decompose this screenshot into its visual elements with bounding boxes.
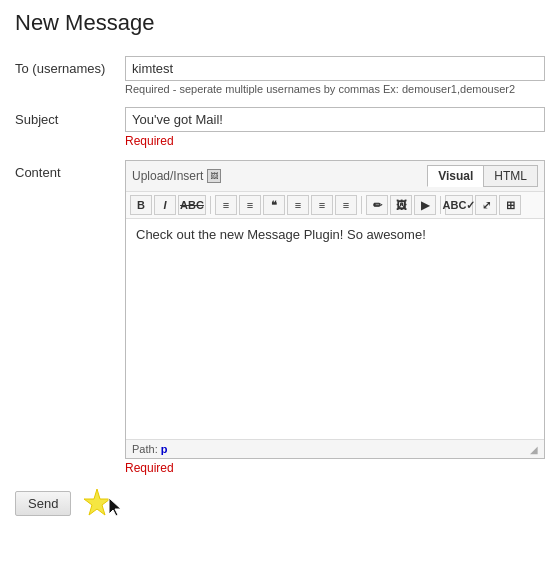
- to-label: To (usernames): [15, 56, 125, 76]
- to-row: To (usernames) Required - seperate multi…: [15, 56, 545, 95]
- send-area: Send: [15, 487, 545, 519]
- toolbar-sep-1: [210, 196, 211, 214]
- subject-field: Required: [125, 107, 545, 148]
- content-row: Content Upload/Insert 🖼 Visual HTML B I …: [15, 160, 545, 475]
- subject-label: Subject: [15, 107, 125, 127]
- subject-required: Required: [125, 134, 545, 148]
- blockquote-button[interactable]: ❝: [263, 195, 285, 215]
- content-field: Upload/Insert 🖼 Visual HTML B I ABC ≡ ≡ …: [125, 160, 545, 475]
- resize-handle[interactable]: ◢: [530, 444, 538, 455]
- unordered-list-button[interactable]: ≡: [215, 195, 237, 215]
- editor-path-bar: Path: p ◢: [126, 439, 544, 458]
- media-button[interactable]: ▶: [414, 195, 436, 215]
- bold-button[interactable]: B: [130, 195, 152, 215]
- content-label: Content: [15, 160, 125, 180]
- path-label: Path:: [132, 443, 158, 455]
- toolbar-sep-2: [361, 196, 362, 214]
- editor-content-text: Check out the new Message Plugin! So awe…: [136, 227, 426, 242]
- tab-html[interactable]: HTML: [483, 165, 538, 187]
- toolbar-sep-3: [440, 196, 441, 214]
- ordered-list-button[interactable]: ≡: [239, 195, 261, 215]
- editor-top-bar: Upload/Insert 🖼 Visual HTML: [126, 161, 544, 192]
- editor-container: Upload/Insert 🖼 Visual HTML B I ABC ≡ ≡ …: [125, 160, 545, 459]
- to-hint: Required - seperate multiple usernames b…: [125, 83, 545, 95]
- content-required: Required: [125, 461, 545, 475]
- page-title: New Message: [15, 10, 545, 40]
- spellcheck-button[interactable]: ABC✓: [445, 195, 473, 215]
- align-left-button[interactable]: ≡: [287, 195, 309, 215]
- path-value: p: [161, 443, 168, 455]
- editor-toolbar: B I ABC ≡ ≡ ❝ ≡ ≡ ≡ ✏ 🖼 ▶ ABC✓ ⤢ ⊞: [126, 192, 544, 219]
- cursor-icon: [107, 496, 125, 518]
- to-field: Required - seperate multiple usernames b…: [125, 56, 545, 95]
- to-input[interactable]: [125, 56, 545, 81]
- tab-visual[interactable]: Visual: [427, 165, 483, 187]
- upload-insert-label: Upload/Insert: [132, 169, 203, 183]
- strikethrough-button[interactable]: ABC: [178, 195, 206, 215]
- align-right-button[interactable]: ≡: [335, 195, 357, 215]
- burst-effect: [81, 487, 125, 519]
- image-button[interactable]: 🖼: [390, 195, 412, 215]
- editor-tabs: Visual HTML: [427, 165, 538, 187]
- editor-content-area[interactable]: Check out the new Message Plugin! So awe…: [126, 219, 544, 439]
- fullscreen-button[interactable]: ⤢: [475, 195, 497, 215]
- subject-row: Subject Required: [15, 107, 545, 148]
- italic-button[interactable]: I: [154, 195, 176, 215]
- subject-input[interactable]: [125, 107, 545, 132]
- table-button[interactable]: ⊞: [499, 195, 521, 215]
- upload-insert-button[interactable]: Upload/Insert 🖼: [132, 169, 221, 183]
- edit-button[interactable]: ✏: [366, 195, 388, 215]
- send-button[interactable]: Send: [15, 491, 71, 516]
- align-center-button[interactable]: ≡: [311, 195, 333, 215]
- upload-icon: 🖼: [207, 169, 221, 183]
- svg-marker-1: [109, 498, 121, 516]
